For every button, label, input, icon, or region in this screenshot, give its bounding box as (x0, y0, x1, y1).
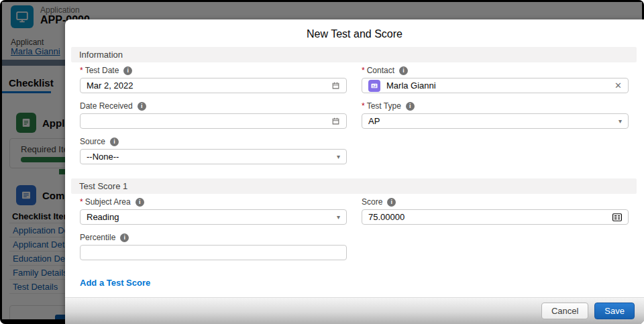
add-test-score-link[interactable]: Add a Test Score (80, 278, 150, 288)
field-date-received: Date Received i (80, 101, 347, 129)
spacer (362, 233, 629, 268)
percentile-label: Percentile (80, 233, 115, 242)
required-asterisk: * (80, 197, 83, 207)
cancel-button[interactable]: Cancel (541, 303, 588, 319)
field-label: * Subject Area i (80, 197, 347, 207)
field-label: Score i (362, 197, 629, 207)
info-icon[interactable]: i (138, 102, 146, 111)
field-subject-area: * Subject Area i Reading ▾ (80, 197, 347, 225)
modal-footer: Cancel Save (65, 297, 644, 324)
section-header-information: Information (71, 47, 637, 62)
score-label: Score (362, 197, 382, 207)
info-icon[interactable]: i (399, 66, 408, 75)
source-select[interactable]: --None-- ▾ (80, 149, 347, 164)
chevron-down-icon: ▾ (619, 117, 622, 125)
info-icon[interactable]: i (387, 198, 396, 207)
field-test-type: * Test Type i AP ▾ (362, 101, 629, 129)
spacer (362, 137, 629, 172)
field-label: Source i (80, 137, 347, 146)
calendar-icon[interactable] (331, 117, 340, 125)
chevron-down-icon: ▾ (337, 213, 340, 221)
field-label: Percentile i (80, 233, 347, 242)
required-asterisk: * (362, 101, 365, 111)
contact-value: Marla Gianni (386, 80, 609, 91)
information-fields: * Test Date i Mar 2, 2022 * Contact i (65, 62, 644, 172)
modal-title: New Test and Score (65, 19, 644, 47)
test-score-fields: * Subject Area i Reading ▾ Score i 75.00… (65, 194, 644, 268)
test-type-value: AP (368, 116, 613, 126)
info-icon[interactable]: i (120, 233, 129, 242)
test-date-label: Test Date (85, 66, 119, 75)
subject-area-label: Subject Area (85, 197, 131, 207)
source-value: --None-- (87, 152, 331, 162)
field-test-date: * Test Date i Mar 2, 2022 (80, 66, 347, 93)
field-label: * Test Date i (80, 66, 347, 75)
score-input[interactable]: 75.00000 (362, 209, 629, 225)
field-label: * Contact i (362, 66, 629, 75)
test-type-label: Test Type (367, 101, 401, 111)
field-contact: * Contact i Marla Gianni ✕ (362, 66, 629, 93)
info-icon[interactable]: i (123, 66, 132, 75)
contact-label: Contact (367, 66, 394, 75)
score-value: 75.00000 (368, 212, 607, 222)
percentile-input[interactable] (80, 245, 347, 260)
test-date-input[interactable]: Mar 2, 2022 (80, 78, 347, 93)
test-type-select[interactable]: AP ▾ (362, 113, 629, 129)
subject-area-value: Reading (87, 212, 331, 222)
section-header-test-score-1: Test Score 1 (71, 178, 637, 194)
info-icon[interactable]: i (136, 198, 144, 207)
source-label: Source (80, 137, 105, 146)
date-received-input[interactable] (80, 113, 347, 129)
field-source: Source i --None-- ▾ (80, 137, 347, 164)
chevron-down-icon: ▾ (337, 153, 340, 160)
field-label: * Test Type i (362, 101, 629, 111)
save-button[interactable]: Save (594, 303, 635, 319)
subject-area-select[interactable]: Reading ▾ (80, 209, 347, 225)
field-percentile: Percentile i (80, 233, 347, 260)
contact-lookup-input[interactable]: Marla Gianni ✕ (362, 78, 629, 93)
required-asterisk: * (362, 66, 365, 75)
field-score: Score i 75.00000 (362, 197, 629, 225)
info-icon[interactable]: i (110, 138, 119, 146)
field-label: Date Received i (80, 101, 347, 111)
window-frame: Application APP-0000 Applicant Marla Gia… (0, 0, 644, 324)
date-received-label: Date Received (80, 101, 133, 111)
remove-contact-icon[interactable]: ✕ (614, 80, 622, 91)
required-asterisk: * (80, 66, 83, 75)
calendar-icon[interactable] (331, 81, 340, 90)
info-icon[interactable]: i (406, 102, 415, 111)
contact-icon (368, 80, 380, 92)
new-test-and-score-modal: New Test and Score Information * Test Da… (65, 19, 644, 324)
number-keypad-icon (612, 213, 622, 221)
test-date-value: Mar 2, 2022 (87, 80, 326, 91)
